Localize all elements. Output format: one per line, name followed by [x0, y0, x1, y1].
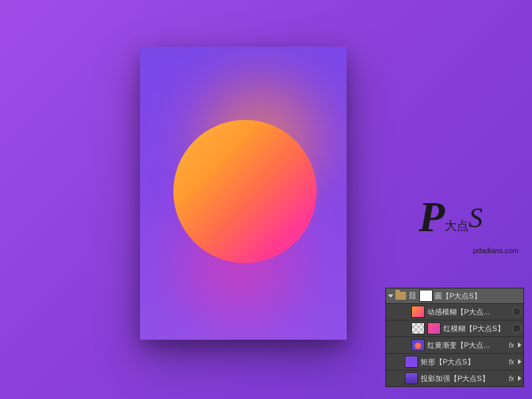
gradient-circle — [173, 120, 317, 263]
fx-expand-icon[interactable] — [518, 376, 521, 381]
fx-expand-icon[interactable] — [518, 342, 521, 348]
layer-row[interactable]: 红黄渐变【P大点... fx — [386, 336, 523, 353]
layer-thumb[interactable] — [405, 356, 418, 368]
artwork-canvas — [140, 47, 347, 340]
collapse-icon[interactable] — [388, 294, 393, 298]
watermark-url: pdadians.com — [473, 246, 519, 254]
layer-row[interactable]: 动感模糊【P大点... — [386, 303, 523, 320]
fx-badge[interactable]: fx — [507, 375, 515, 382]
layer-label: 矩形【P大点S】 — [421, 357, 505, 367]
layer-row[interactable]: 红模糊【P大点S】 — [386, 320, 523, 336]
layer-thumb[interactable] — [405, 372, 418, 384]
watermark-logo: P大点S pdadians.com — [419, 200, 519, 246]
fx-badge[interactable]: fx — [507, 358, 515, 366]
layer-thumb[interactable] — [411, 322, 425, 334]
layer-row[interactable]: 矩形【P大点S】 fx — [386, 353, 523, 370]
visibility-toggle[interactable] — [512, 307, 521, 316]
layer-label: 投影加强【P大点S】 — [421, 374, 505, 384]
layer-thumb[interactable] — [411, 339, 425, 351]
fx-expand-icon[interactable] — [518, 359, 521, 364]
fx-badge[interactable]: fx — [507, 342, 515, 349]
link-icon[interactable]: ⛓ — [408, 291, 417, 300]
layer-group-header[interactable]: ⛓ 圆【P大点S】 — [386, 288, 523, 303]
layer-label: 红黄渐变【P大点... — [427, 340, 505, 350]
folder-icon — [395, 292, 406, 300]
layer-mask-thumb[interactable] — [427, 322, 441, 334]
watermark-p: P — [419, 200, 445, 234]
layer-label: 红模糊【P大点S】 — [443, 324, 509, 334]
group-label: 圆【P大点S】 — [435, 291, 521, 301]
layer-row[interactable]: 投影加强【P大点S】 fx — [386, 370, 523, 386]
layers-panel[interactable]: ⛓ 圆【P大点S】 动感模糊【P大点... 红模糊【P大点S】 红黄渐变【P大点… — [385, 288, 524, 387]
group-mask-thumb[interactable] — [419, 290, 433, 302]
layer-thumb[interactable] — [411, 306, 425, 318]
watermark-dots: 大点 — [445, 218, 469, 234]
visibility-toggle[interactable] — [512, 324, 521, 333]
watermark-s: S — [469, 202, 483, 234]
layer-label: 动感模糊【P大点... — [427, 307, 509, 317]
